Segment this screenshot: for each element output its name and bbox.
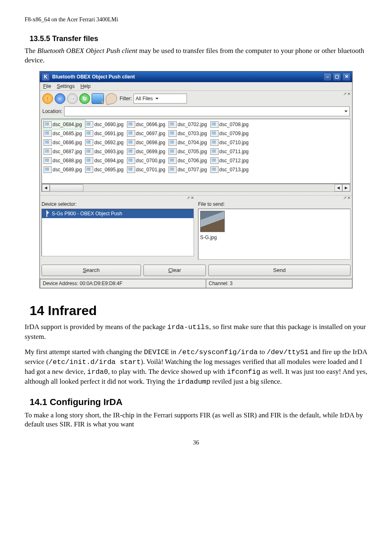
file-item[interactable]: dsc_0704.jpg [168, 138, 210, 147]
image-icon [44, 148, 52, 155]
statusbar: Device Address: 00:0A:D9:E9:D8:4F Channe… [40, 279, 352, 288]
file-item[interactable]: dsc_0696.jpg [127, 120, 168, 129]
page-number: 36 [25, 439, 367, 446]
panel-close-icon[interactable]: ✕ [347, 92, 350, 96]
menubar: File Settings Help [40, 82, 352, 90]
scroll-right-icon[interactable]: ▶ [342, 184, 350, 191]
bluetooth-icon [44, 210, 49, 217]
file-item[interactable]: dsc_0711.jpg [210, 147, 252, 156]
em-obex-client: Bluetooth OBEX Object Push client [37, 47, 138, 55]
horizontal-scrollbar[interactable]: ◀ ◀ ▶ [42, 184, 350, 192]
nav-back-icon[interactable]: ← [55, 93, 65, 104]
file-item[interactable]: dsc_0707.jpg [168, 165, 210, 174]
panel-detach-icon[interactable]: ↗ [343, 92, 346, 96]
image-icon [85, 139, 93, 146]
window-title: Bluetooth OBEX Object Push client [52, 74, 135, 80]
scroll-thumb[interactable] [50, 184, 83, 192]
file-item[interactable]: dsc_0688.jpg [44, 156, 85, 165]
file-item[interactable]: dsc_0689.jpg [44, 165, 85, 174]
image-icon [85, 121, 93, 128]
file-item[interactable]: dsc_0694.jpg [85, 156, 127, 165]
file-item[interactable]: dsc_0690.jpg [85, 120, 127, 129]
status-device-address: Device Address: 00:0A:D9:E9:D8:4F [40, 279, 206, 288]
image-icon [85, 130, 93, 137]
panel-detach-icon[interactable]: ↗ [343, 196, 346, 200]
filter-combo[interactable]: All Files [134, 94, 187, 104]
preview-thumbnail [200, 211, 225, 232]
device-selector-panel: ↗ ✕ Device selector: S-Gs P900 - OBEX Ob… [40, 195, 196, 262]
scroll-left-icon[interactable]: ◀ [42, 184, 50, 191]
scroll-track[interactable] [50, 184, 334, 191]
palette-icon[interactable] [105, 92, 118, 105]
image-icon [44, 157, 52, 164]
p-transfer-files: The Bluetooth OBEX Object Push client ma… [25, 46, 367, 65]
minimize-button[interactable]: – [323, 73, 332, 81]
file-item[interactable]: dsc_0705.jpg [168, 147, 210, 156]
file-item[interactable]: dsc_0703.jpg [168, 129, 210, 138]
obex-window: K Bluetooth OBEX Object Push client – ▢ … [39, 71, 353, 288]
file-item[interactable]: dsc_0695.jpg [85, 165, 127, 174]
file-item[interactable]: dsc_0712.jpg [210, 156, 252, 165]
device-listbox[interactable]: S-Gs P900 - OBEX Object Push [42, 209, 194, 256]
device-row[interactable]: S-Gs P900 - OBEX Object Push [42, 209, 194, 218]
panel-detach-icon[interactable]: ↗ [187, 196, 190, 200]
nav-up-icon[interactable]: ↑ [42, 93, 53, 104]
menu-settings[interactable]: Settings [57, 83, 74, 89]
file-item[interactable]: dsc_0710.jpg [210, 138, 252, 147]
file-grid[interactable]: dsc_0684.jpg dsc_0685.jpg dsc_0686.jpg d… [42, 119, 350, 184]
file-item[interactable]: dsc_0685.jpg [44, 129, 85, 138]
location-combo[interactable] [64, 106, 350, 116]
device-name: S-Gs P900 - OBEX Object Push [52, 211, 122, 216]
file-item[interactable]: dsc_0699.jpg [127, 147, 168, 156]
file-item[interactable]: dsc_0692.jpg [85, 138, 127, 147]
image-icon [168, 121, 177, 128]
image-icon [168, 130, 177, 137]
image-icon [44, 139, 52, 146]
file-item[interactable]: dsc_0693.jpg [85, 147, 127, 156]
nav-forward-icon[interactable]: → [67, 93, 78, 104]
nav-reload-icon[interactable]: ↻ [79, 93, 90, 104]
image-icon [85, 148, 93, 155]
search-button[interactable]: Search [42, 265, 141, 276]
menu-help[interactable]: Help [81, 83, 91, 89]
file-item[interactable]: dsc_0684.jpg [44, 120, 85, 129]
heading-14: 14 Infrared [30, 303, 367, 318]
heading-1355: 13.5.5 Transfer files [30, 35, 367, 43]
device-selector-label: Device selector: [42, 201, 194, 207]
scroll-left2-icon[interactable]: ◀ [334, 184, 342, 191]
image-icon [168, 148, 177, 155]
file-item[interactable]: dsc_0702.jpg [168, 120, 210, 129]
panel-close-icon[interactable]: ✕ [347, 196, 350, 200]
toolbar: ↑ ← → ↻ Filter: All Files [42, 92, 350, 106]
titlebar[interactable]: K Bluetooth OBEX Object Push client – ▢ … [40, 71, 352, 82]
file-item[interactable]: dsc_0691.jpg [85, 129, 127, 138]
location-label: Location: [42, 108, 62, 114]
file-item[interactable]: dsc_0701.jpg [127, 165, 168, 174]
bookmarks-icon[interactable] [92, 93, 104, 104]
image-icon [44, 130, 52, 137]
image-icon [127, 139, 135, 146]
file-item[interactable]: dsc_0686.jpg [44, 138, 85, 147]
file-item[interactable]: dsc_0709.jpg [210, 129, 252, 138]
chevron-down-icon [155, 98, 159, 99]
file-item[interactable]: dsc_0708.jpg [210, 120, 252, 129]
app-icon: K [42, 73, 50, 81]
menu-file[interactable]: File [43, 83, 51, 89]
send-button[interactable]: Send [208, 265, 350, 276]
file-item[interactable]: dsc_0706.jpg [168, 156, 210, 165]
file-item[interactable]: dsc_0698.jpg [127, 138, 168, 147]
image-icon [168, 139, 177, 146]
panel-close-icon[interactable]: ✕ [191, 196, 194, 200]
image-icon [85, 157, 93, 164]
file-to-send-box[interactable]: S-G.jpg [198, 209, 350, 260]
image-icon [127, 121, 135, 128]
file-item[interactable]: dsc_0700.jpg [127, 156, 168, 165]
image-icon [44, 166, 52, 173]
file-item[interactable]: dsc_0713.jpg [210, 165, 252, 174]
file-item[interactable]: dsc_0697.jpg [127, 129, 168, 138]
file-item[interactable]: dsc_0687.jpg [44, 147, 85, 156]
image-icon [210, 139, 219, 146]
clear-button[interactable]: Clear [143, 265, 206, 276]
close-button[interactable]: ✕ [342, 73, 350, 81]
maximize-button[interactable]: ▢ [333, 73, 341, 81]
